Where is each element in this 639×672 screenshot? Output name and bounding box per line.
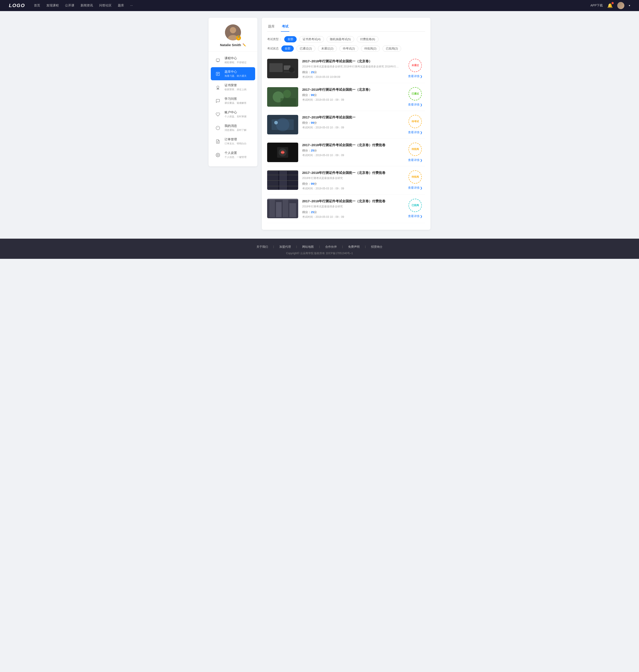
exam-thumbnail-5	[267, 170, 298, 190]
exam-type-label: 考试类型：	[267, 37, 282, 41]
filter-status-pending-review[interactable]: 待批阅(2)	[361, 46, 380, 52]
exam-detail-link-1[interactable]: 查看详情 ❯	[408, 74, 422, 78]
bell-badge	[611, 2, 614, 4]
exam-thumbnail-3	[267, 115, 298, 134]
exam-title-1: 2017–2018年行测证件考试全国统一（北京卷）	[302, 59, 401, 63]
avatar-image	[617, 2, 624, 9]
exam-status-stamp-4: 待批阅	[408, 143, 422, 156]
account-text: 账户中心 个人权益、实时掌握	[224, 110, 252, 118]
footer-link-careers[interactable]: 招贤纳士	[371, 245, 383, 249]
footer-links: 关于我们 | 加盟代理 | 网站地图 | 合作伙伴 | 免费声明 | 招贤纳士	[0, 245, 639, 249]
user-menu-caret[interactable]: ▾	[629, 4, 630, 7]
exam-detail-link-3[interactable]: 查看详情 ❯	[408, 130, 422, 134]
app-download-button[interactable]: APP下载	[590, 3, 603, 7]
nav-discover[interactable]: 发现课程	[46, 3, 59, 7]
nav-qa[interactable]: 问答社区	[99, 3, 112, 7]
sidebar-item-qa[interactable]: 学习问答 课后重温、疑难解答	[211, 94, 255, 107]
edit-profile-icon[interactable]: ✏️	[243, 43, 246, 47]
filter-status-pending-exam[interactable]: 待考试(2)	[340, 46, 358, 52]
exam-action-2: 已通过 查看详情 ❯	[405, 87, 425, 107]
exam-time-1: 考试时间：2019-05-03 10:09:09	[302, 75, 401, 79]
sidebar-item-course-center[interactable]: 课程中心 精彩课程、不容错过	[211, 54, 255, 67]
svg-rect-25	[280, 98, 296, 107]
sidebar-item-messages[interactable]: 我的消息 消息通知、及时了解	[211, 121, 255, 134]
svg-point-16	[217, 154, 219, 156]
exam-item-5: 2017–2018年行测证件考试全国统一（北京卷）付费批卷 2018年行测考试是…	[267, 166, 425, 195]
profile-name-row: Natalie Smith ✏️	[220, 43, 246, 47]
tab-exam[interactable]: 考试	[281, 22, 289, 31]
course-center-icon	[214, 57, 221, 64]
exam-score-3: 得分：99分	[302, 121, 401, 125]
tab-bank[interactable]: 题库	[267, 22, 276, 31]
exam-status-stamp-6: 已批阅	[408, 199, 422, 212]
notification-bell[interactable]: 🔔	[607, 3, 613, 8]
qa-text: 学习问答 课后重温、疑难解答	[224, 97, 252, 105]
filter-status-all[interactable]: 全部	[281, 46, 294, 52]
footer-link-disclaimer[interactable]: 免费声明	[348, 245, 360, 249]
exam-score-5: 得分：99分	[302, 182, 401, 186]
sidebar-item-settings[interactable]: 个人设置 个人信息、一键管理	[211, 148, 255, 161]
nav-bank[interactable]: 题库	[118, 3, 124, 7]
exam-status-stamp-5: 待批阅	[408, 170, 422, 183]
svg-rect-39	[267, 170, 298, 171]
sidebar-profile: 🏅 Natalie Smith ✏️	[208, 25, 258, 51]
sidebar-item-orders[interactable]: 订单管理 订单支出、明明白白	[211, 135, 255, 148]
sidebar-item-account[interactable]: 账户中心 个人权益、实时掌握	[211, 108, 255, 121]
sidebar-item-question-bank[interactable]: 题库中心 海量习题、助力通关	[211, 67, 255, 80]
question-bank-text: 题库中心 海量习题、助力通关	[224, 70, 252, 78]
exam-title-6: 2017–2018年行测证件考试全国统一（北京卷）付费批卷	[302, 199, 401, 203]
footer-link-partners[interactable]: 合作伙伴	[325, 245, 337, 249]
exam-detail-link-2[interactable]: 查看详情 ❯	[408, 103, 422, 107]
thumb-img-4	[267, 143, 298, 162]
filter-status-reviewed[interactable]: 已批阅(2)	[383, 46, 401, 52]
svg-rect-3	[216, 59, 220, 61]
svg-rect-37	[279, 170, 287, 190]
course-center-text: 课程中心 精彩课程、不容错过	[224, 56, 252, 64]
exam-status-filter-row: 考试状态 全部 已通过(2) 未通过(2) 待考试(2) 待批阅(2) 已批阅(…	[267, 46, 425, 52]
exam-detail-link-6[interactable]: 查看详情 ❯	[408, 214, 422, 218]
nav-opencourse[interactable]: 公开课	[65, 3, 74, 7]
svg-point-1	[230, 27, 236, 33]
exam-time-4: 考试时间：2019-05-03 10：09：09	[302, 154, 401, 157]
nav-more[interactable]: ···	[130, 3, 133, 7]
filter-type-paid[interactable]: 付费批卷(6)	[357, 36, 378, 42]
filter-type-random[interactable]: 随机抽题考试(5)	[327, 36, 354, 42]
filter-type-cert[interactable]: 证书类考试(4)	[299, 36, 324, 42]
svg-rect-34	[281, 152, 284, 153]
exam-type-filter-row: 考试类型： 全部 证书类考试(4) 随机抽题考试(5) 付费批卷(6)	[267, 36, 425, 42]
svg-rect-47	[289, 203, 296, 217]
orders-text: 订单管理 订单支出、明明白白	[224, 138, 252, 145]
exam-time-5: 考试时间：2019-05-03 10：09：09	[302, 187, 401, 191]
exam-action-5: 待批阅 查看详情 ❯	[405, 170, 425, 190]
sidebar-item-certificates[interactable]: 证书荣誉 收获荣誉、持证上岗	[211, 81, 255, 94]
exam-title-2: 2017–2018年行测证件考试全国统一（北京卷）	[302, 87, 401, 92]
logo[interactable]: LOGO	[9, 3, 25, 9]
exam-detail-link-5[interactable]: 查看详情 ❯	[408, 186, 422, 190]
exam-title-3: 2017–2018年行测证件考试全国统一	[302, 115, 401, 119]
exam-info-2: 2017–2018年行测证件考试全国统一（北京卷） 得分：99分 考试时间：20…	[302, 87, 401, 102]
svg-rect-40	[267, 175, 298, 175]
svg-rect-38	[288, 170, 298, 190]
svg-point-24	[283, 90, 291, 98]
filter-type-all[interactable]: 全部	[284, 36, 297, 42]
filter-status-passed[interactable]: 已通过(2)	[296, 46, 315, 52]
filter-status-failed[interactable]: 未通过(2)	[318, 46, 337, 52]
exam-action-3: 待考试 查看详情 ❯	[405, 115, 425, 134]
exam-title-5: 2017–2018年行测证件考试全国统一（北京卷）付费批卷	[302, 170, 401, 175]
exam-thumbnail-2	[267, 87, 298, 107]
svg-rect-28	[271, 119, 294, 130]
avatar[interactable]	[617, 2, 624, 9]
header-right: APP下载 🔔 ▾	[590, 2, 630, 9]
footer-link-sitemap[interactable]: 网站地图	[302, 245, 314, 249]
nav-home[interactable]: 首页	[34, 3, 40, 7]
exam-score-4: 得分：25分	[302, 148, 401, 153]
messages-text: 我的消息 消息通知、及时了解	[224, 124, 252, 132]
exam-detail-link-4[interactable]: 查看详情 ❯	[408, 158, 422, 162]
main-container: 🏅 Natalie Smith ✏️ 课程中心 精彩课	[204, 18, 435, 230]
nav-news[interactable]: 新闻资讯	[80, 3, 93, 7]
profile-name-text: Natalie Smith	[220, 43, 241, 47]
exam-thumbnail-6	[267, 199, 298, 218]
footer-link-about[interactable]: 关于我们	[256, 245, 268, 249]
footer-link-franchise[interactable]: 加盟代理	[279, 245, 291, 249]
exam-action-1: 未通过 查看详情 ❯	[405, 59, 425, 78]
